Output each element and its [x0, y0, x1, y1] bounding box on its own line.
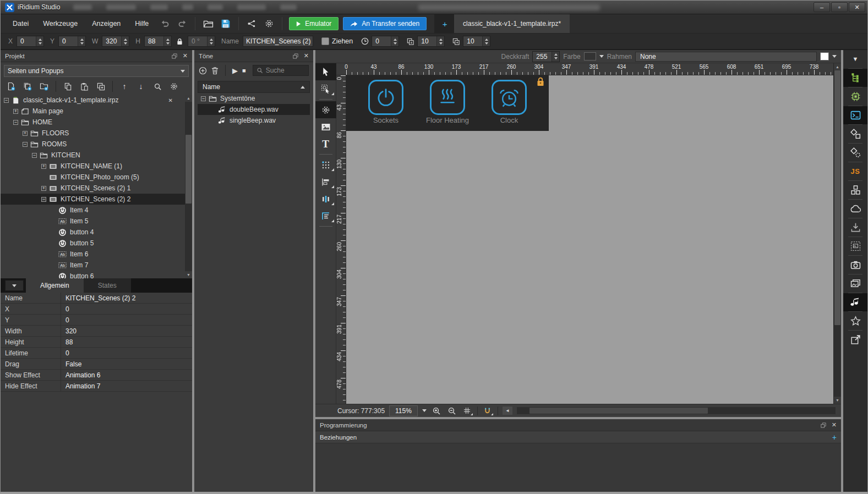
height-spinner[interactable]: 88 [144, 36, 172, 47]
property-value[interactable]: 0 [61, 315, 192, 325]
expander-icon[interactable]: + [41, 186, 46, 191]
grid-step-x-spinner[interactable]: 10 [417, 36, 445, 47]
tree-item[interactable]: +Main page [1, 106, 185, 117]
script-terminal-icon[interactable] [843, 106, 867, 124]
expander-icon[interactable]: − [41, 197, 46, 202]
name-input[interactable]: KITCHEN_Scenes (2) 2 [243, 36, 313, 47]
rahmen-select[interactable]: None [635, 52, 817, 62]
tab-allgemein[interactable]: Allgemein [26, 278, 84, 293]
beziehungen-section[interactable]: Beziehungen + [315, 431, 841, 443]
kitchen-scenes-widget[interactable]: SocketsFloor HeatingClock [346, 75, 549, 131]
scroll-down-icon[interactable]: ▼ [834, 397, 841, 404]
dynamic-shapes-icon[interactable] [843, 144, 867, 162]
tab-states[interactable]: States [84, 278, 131, 293]
expander-icon[interactable]: + [41, 164, 46, 169]
image-template-icon[interactable] [843, 237, 867, 255]
zoom-level[interactable]: 115% [389, 405, 418, 416]
zoom-in-icon[interactable] [431, 406, 442, 416]
driver-chip-icon[interactable] [843, 87, 867, 106]
zoom-select-icon[interactable] [422, 409, 427, 412]
new-page-icon[interactable] [4, 80, 18, 93]
delay-spinner[interactable]: 0 [372, 36, 399, 47]
tree-item[interactable]: button 6 [1, 271, 185, 278]
format-tool-icon[interactable] [315, 207, 336, 224]
widget-button-clock[interactable]: Clock [481, 80, 538, 124]
open-project-icon[interactable] [200, 17, 216, 31]
grid-toggle-icon[interactable] [462, 406, 473, 416]
tree-item[interactable]: button 4 [1, 227, 185, 238]
menu-anzeigen[interactable]: Anzeigen [85, 17, 127, 31]
transfer-button[interactable]: An Transfer senden [343, 17, 427, 30]
undo-icon[interactable] [156, 17, 173, 31]
save-icon[interactable] [217, 17, 234, 31]
search-icon[interactable] [150, 80, 165, 93]
new-folder-icon[interactable] [37, 80, 51, 93]
download-icon[interactable] [843, 218, 867, 237]
item-settings-tool-icon[interactable] [315, 101, 336, 118]
stop-sound-icon[interactable]: ■ [242, 68, 246, 74]
copy-icon[interactable] [61, 80, 75, 93]
property-value[interactable]: Animation 7 [61, 381, 192, 391]
property-row[interactable]: Y0 [1, 315, 192, 326]
expander-icon[interactable]: − [4, 98, 9, 103]
screenshot-camera-icon[interactable] [843, 256, 867, 274]
float-panel-icon[interactable] [172, 53, 177, 59]
image-tool-icon[interactable] [315, 118, 336, 135]
sounds-column-header[interactable]: Name [198, 81, 310, 93]
color-swatch[interactable] [584, 52, 596, 61]
document-tab[interactable]: classic_black-v1-1_template.irpz* [454, 14, 570, 33]
distribute-tool-icon[interactable] [315, 190, 336, 207]
emulator-button[interactable]: Emulator [289, 17, 339, 30]
tree-item[interactable]: AbItem 7 [1, 260, 185, 271]
sound-search-input[interactable]: Suche [253, 65, 309, 76]
tree-item[interactable]: Item 4 [1, 205, 185, 216]
tree-item[interactable]: +FLOORS [1, 128, 185, 139]
tree-item[interactable]: AbItem 5 [1, 216, 185, 227]
canvas-horizontal-scrollbar[interactable] [517, 407, 836, 414]
deckkraft-spinner[interactable]: 255 [532, 51, 560, 62]
canvas-vertical-scrollbar[interactable]: ▲ ▼ [833, 63, 841, 404]
grid-step-y-spinner[interactable]: 10 [463, 36, 490, 47]
gallery-shapes-icon[interactable] [843, 125, 867, 143]
widget-button-sockets[interactable]: Sockets [357, 80, 414, 124]
property-value[interactable]: KITCHEN_Scenes (2) 2 [61, 293, 192, 303]
settings-gear-icon[interactable] [167, 80, 181, 93]
new-popup-icon[interactable] [20, 80, 35, 93]
scroll-down-icon[interactable]: ▼ [185, 271, 192, 278]
property-row[interactable]: Width320 [1, 326, 192, 337]
sounds-icon[interactable] [843, 293, 867, 311]
tree-item[interactable]: +KITCHEN_NAME (1) [1, 161, 185, 172]
js-editor-icon[interactable]: JS [843, 162, 867, 180]
close-panel-icon[interactable]: ✕ [832, 421, 837, 429]
tree-item[interactable]: singleBeep.wav [198, 115, 310, 126]
chevron-down-icon[interactable] [832, 55, 837, 58]
new-tab-button[interactable]: + [435, 14, 454, 33]
tree-item[interactable]: +KITCHEN_Scenes (2) 1 [1, 183, 185, 194]
property-value[interactable]: False [61, 359, 192, 369]
lock-icon[interactable] [177, 38, 183, 45]
align-tool-icon[interactable] [315, 173, 336, 190]
ziehen-checkbox[interactable] [321, 37, 329, 45]
property-value[interactable]: 0 [61, 348, 192, 358]
marquee-select-tool-icon[interactable] [315, 80, 336, 97]
x-spinner[interactable]: 0 [17, 36, 44, 47]
settings-gear-icon[interactable] [261, 17, 277, 31]
widget-button-floor-heating[interactable]: Floor Heating [419, 80, 476, 124]
property-value[interactable]: 0 [61, 304, 192, 314]
tree-item[interactable]: −KITCHEN [1, 150, 185, 161]
tree-item[interactable]: −ROOMS [1, 139, 185, 150]
maximize-button[interactable]: ▫ [831, 2, 848, 12]
expander-icon[interactable]: − [23, 142, 28, 147]
tree-item[interactable]: button 5 [1, 238, 185, 249]
property-row[interactable]: NameKITCHEN_Scenes (2) 2 [1, 293, 192, 304]
canvas-viewport[interactable]: SocketsFloor HeatingClock [346, 75, 833, 404]
scroll-up-icon[interactable]: ▲ [185, 95, 192, 102]
cloud-icon[interactable] [843, 200, 867, 218]
expander-icon[interactable]: + [23, 131, 28, 136]
float-panel-icon[interactable] [293, 53, 298, 59]
add-sound-icon[interactable] [199, 67, 207, 75]
y-spinner[interactable]: 0 [58, 36, 86, 47]
collapse-arrow-icon[interactable]: ▼ [843, 50, 867, 68]
favorites-star-icon[interactable] [843, 312, 867, 330]
close-button[interactable]: ✕ [849, 2, 865, 12]
